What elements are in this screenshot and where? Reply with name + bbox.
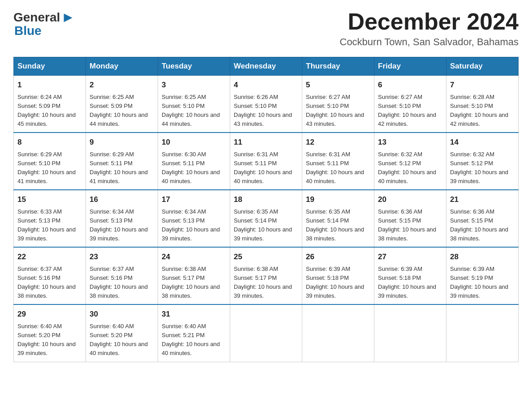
day-info: Sunrise: 6:39 AMSunset: 5:19 PMDaylight:…: [450, 265, 515, 301]
calendar-cell: 20Sunrise: 6:36 AMSunset: 5:15 PMDayligh…: [374, 190, 446, 247]
day-number: 14: [450, 137, 515, 148]
calendar-cell: 1Sunrise: 6:24 AMSunset: 5:09 PMDaylight…: [14, 76, 86, 133]
column-header-sunday: Sunday: [14, 57, 86, 76]
day-info: Sunrise: 6:37 AMSunset: 5:16 PMDaylight:…: [17, 265, 82, 301]
column-header-saturday: Saturday: [446, 57, 519, 76]
day-info: Sunrise: 6:39 AMSunset: 5:18 PMDaylight:…: [306, 265, 370, 301]
day-number: 11: [234, 137, 298, 148]
day-info: Sunrise: 6:39 AMSunset: 5:18 PMDaylight:…: [378, 265, 442, 301]
day-number: 8: [17, 137, 82, 148]
day-number: 4: [234, 79, 298, 91]
day-info: Sunrise: 6:28 AMSunset: 5:10 PMDaylight:…: [450, 93, 515, 129]
day-info: Sunrise: 6:31 AMSunset: 5:11 PMDaylight:…: [234, 150, 298, 186]
calendar-cell: 8Sunrise: 6:29 AMSunset: 5:10 PMDaylight…: [14, 133, 86, 190]
calendar-cell: 17Sunrise: 6:34 AMSunset: 5:13 PMDayligh…: [158, 190, 230, 247]
day-info: Sunrise: 6:40 AMSunset: 5:20 PMDaylight:…: [17, 322, 82, 358]
day-info: Sunrise: 6:36 AMSunset: 5:15 PMDaylight:…: [378, 207, 442, 244]
day-info: Sunrise: 6:25 AMSunset: 5:10 PMDaylight:…: [162, 93, 226, 129]
day-number: 30: [90, 308, 154, 320]
day-number: 13: [378, 137, 442, 148]
day-info: Sunrise: 6:40 AMSunset: 5:21 PMDaylight:…: [162, 322, 226, 358]
header-row: SundayMondayTuesdayWednesdayThursdayFrid…: [14, 57, 519, 76]
day-number: 18: [234, 194, 298, 206]
calendar-cell: 14Sunrise: 6:32 AMSunset: 5:12 PMDayligh…: [446, 133, 519, 190]
column-header-tuesday: Tuesday: [158, 57, 230, 76]
calendar-cell: 19Sunrise: 6:35 AMSunset: 5:14 PMDayligh…: [302, 190, 374, 247]
day-info: Sunrise: 6:35 AMSunset: 5:14 PMDaylight:…: [306, 207, 370, 244]
logo-arrow-icon: ►: [61, 9, 75, 26]
calendar-cell: [374, 304, 446, 362]
day-number: 22: [17, 251, 82, 263]
calendar-cell: 31Sunrise: 6:40 AMSunset: 5:21 PMDayligh…: [158, 304, 230, 362]
day-info: Sunrise: 6:34 AMSunset: 5:13 PMDaylight:…: [90, 207, 154, 244]
location-title: Cockburn Town, San Salvador, Bahamas: [340, 36, 519, 48]
day-info: Sunrise: 6:29 AMSunset: 5:11 PMDaylight:…: [90, 150, 154, 186]
day-number: 25: [234, 251, 298, 263]
calendar-cell: 27Sunrise: 6:39 AMSunset: 5:18 PMDayligh…: [374, 247, 446, 304]
week-row-3: 15Sunrise: 6:33 AMSunset: 5:13 PMDayligh…: [14, 190, 519, 247]
day-info: Sunrise: 6:36 AMSunset: 5:15 PMDaylight:…: [450, 207, 515, 244]
day-number: 23: [90, 251, 154, 263]
day-number: 19: [306, 194, 370, 206]
calendar-cell: 5Sunrise: 6:27 AMSunset: 5:10 PMDaylight…: [302, 76, 374, 133]
month-title: December 2024: [340, 9, 519, 34]
day-info: Sunrise: 6:38 AMSunset: 5:17 PMDaylight:…: [234, 265, 298, 301]
calendar-cell: 9Sunrise: 6:29 AMSunset: 5:11 PMDaylight…: [86, 133, 158, 190]
day-info: Sunrise: 6:40 AMSunset: 5:20 PMDaylight:…: [90, 322, 154, 358]
day-info: Sunrise: 6:27 AMSunset: 5:10 PMDaylight:…: [378, 93, 442, 129]
day-info: Sunrise: 6:35 AMSunset: 5:14 PMDaylight:…: [234, 207, 298, 244]
day-number: 1: [17, 79, 82, 91]
calendar-cell: 16Sunrise: 6:34 AMSunset: 5:13 PMDayligh…: [86, 190, 158, 247]
day-number: 29: [17, 308, 82, 320]
page-header: General ► Blue December 2024 Cockburn To…: [13, 9, 519, 48]
calendar-cell: 12Sunrise: 6:31 AMSunset: 5:11 PMDayligh…: [302, 133, 374, 190]
column-header-monday: Monday: [86, 57, 158, 76]
calendar-cell: 29Sunrise: 6:40 AMSunset: 5:20 PMDayligh…: [14, 304, 86, 362]
logo: General ► Blue: [13, 9, 75, 38]
calendar-cell: 2Sunrise: 6:25 AMSunset: 5:09 PMDaylight…: [86, 76, 158, 133]
calendar-cell: 30Sunrise: 6:40 AMSunset: 5:20 PMDayligh…: [86, 304, 158, 362]
calendar-cell: [230, 304, 302, 362]
calendar-cell: [302, 304, 374, 362]
day-number: 28: [450, 251, 515, 263]
day-number: 9: [90, 137, 154, 148]
calendar-cell: 6Sunrise: 6:27 AMSunset: 5:10 PMDaylight…: [374, 76, 446, 133]
calendar-cell: 23Sunrise: 6:37 AMSunset: 5:16 PMDayligh…: [86, 247, 158, 304]
calendar-table: SundayMondayTuesdayWednesdayThursdayFrid…: [13, 57, 519, 362]
day-number: 26: [306, 251, 370, 263]
week-row-2: 8Sunrise: 6:29 AMSunset: 5:10 PMDaylight…: [14, 133, 519, 190]
day-number: 2: [90, 79, 154, 91]
calendar-cell: 10Sunrise: 6:30 AMSunset: 5:11 PMDayligh…: [158, 133, 230, 190]
calendar-cell: 4Sunrise: 6:26 AMSunset: 5:10 PMDaylight…: [230, 76, 302, 133]
day-info: Sunrise: 6:32 AMSunset: 5:12 PMDaylight:…: [450, 150, 515, 186]
day-number: 7: [450, 79, 515, 91]
logo-general-text: General: [13, 10, 60, 25]
day-number: 20: [378, 194, 442, 206]
day-number: 12: [306, 137, 370, 148]
day-number: 31: [162, 308, 226, 320]
day-number: 10: [162, 137, 226, 148]
calendar-cell: 11Sunrise: 6:31 AMSunset: 5:11 PMDayligh…: [230, 133, 302, 190]
day-info: Sunrise: 6:34 AMSunset: 5:13 PMDaylight:…: [162, 207, 226, 244]
day-info: Sunrise: 6:30 AMSunset: 5:11 PMDaylight:…: [162, 150, 226, 186]
day-number: 15: [17, 194, 82, 206]
calendar-cell: 3Sunrise: 6:25 AMSunset: 5:10 PMDaylight…: [158, 76, 230, 133]
week-row-1: 1Sunrise: 6:24 AMSunset: 5:09 PMDaylight…: [14, 76, 519, 133]
calendar-cell: 13Sunrise: 6:32 AMSunset: 5:12 PMDayligh…: [374, 133, 446, 190]
column-header-wednesday: Wednesday: [230, 57, 302, 76]
calendar-cell: 21Sunrise: 6:36 AMSunset: 5:15 PMDayligh…: [446, 190, 519, 247]
day-info: Sunrise: 6:37 AMSunset: 5:16 PMDaylight:…: [90, 265, 154, 301]
day-number: 17: [162, 194, 226, 206]
calendar-cell: 26Sunrise: 6:39 AMSunset: 5:18 PMDayligh…: [302, 247, 374, 304]
day-number: 24: [162, 251, 226, 263]
column-header-friday: Friday: [374, 57, 446, 76]
week-row-4: 22Sunrise: 6:37 AMSunset: 5:16 PMDayligh…: [14, 247, 519, 304]
day-info: Sunrise: 6:27 AMSunset: 5:10 PMDaylight:…: [306, 93, 370, 129]
calendar-cell: [446, 304, 519, 362]
day-info: Sunrise: 6:26 AMSunset: 5:10 PMDaylight:…: [234, 93, 298, 129]
day-info: Sunrise: 6:25 AMSunset: 5:09 PMDaylight:…: [90, 93, 154, 129]
logo-blue-text: Blue: [14, 24, 42, 38]
calendar-cell: 18Sunrise: 6:35 AMSunset: 5:14 PMDayligh…: [230, 190, 302, 247]
day-number: 16: [90, 194, 154, 206]
day-number: 21: [450, 194, 515, 206]
